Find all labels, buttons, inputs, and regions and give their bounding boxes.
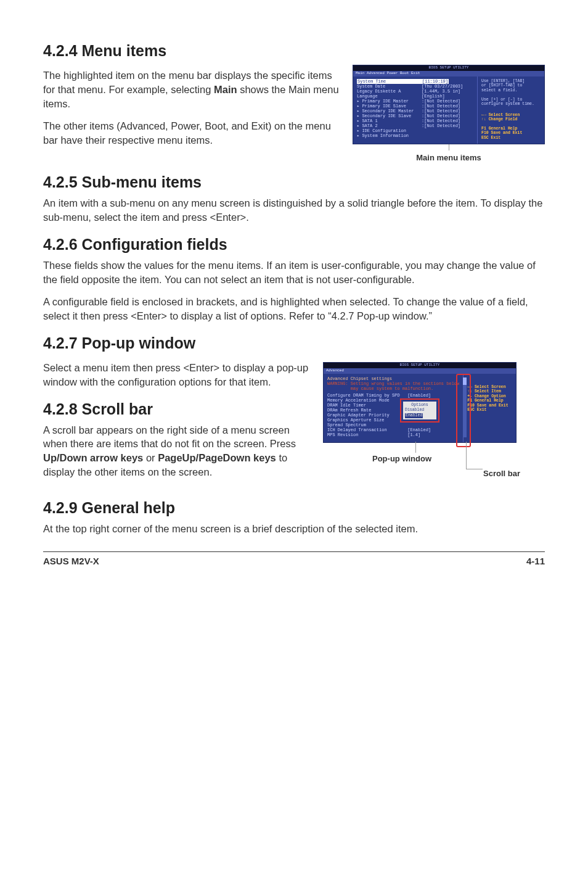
heading-429: 4.2.9 General help [43, 499, 545, 517]
bios-menubar: Main Advanced Power Boot Exit [353, 71, 544, 76]
bios-item: ▸ Primary IDE Slave :[Not Detected] [357, 104, 473, 109]
para-424-2: The other items (Advanced, Power, Boot, … [43, 119, 341, 147]
bios-item: ▸ Secondary IDE Master :[Not Detected] [357, 109, 473, 113]
bios-scrollbar [463, 377, 467, 437]
bios-item: Graphics Aperture Size [Enabled] [327, 418, 459, 423]
callout-line [449, 144, 449, 151]
text: or [143, 452, 158, 463]
bios-item: System Date [Thu 03/27/2003] [357, 84, 473, 89]
bios-item: Graphic Adapter Priority [327, 413, 459, 418]
bios-item: MPS Revision [1.4] [327, 432, 459, 437]
bios-advanced-panel: Advanced Chipset settings WARNING: Setti… [324, 374, 463, 443]
bios-nav-keys: ←→ Select Screen ↑↓ Select Item +- Chang… [467, 385, 517, 413]
bios-popup-window: Options Disabled Enabled [400, 398, 439, 423]
footer-right: 4-11 [526, 556, 545, 566]
bios-item: ▸ System Information [357, 133, 473, 138]
bios-item: ▸ Primary IDE Master :[Not Detected] [357, 99, 473, 104]
para-426-2: A configurable field is enclosed in brac… [43, 295, 545, 323]
bios-main-screenshot: BIOS SETUP UTILITY Main Advanced Power B… [353, 65, 545, 144]
bios-title: BIOS SETUP UTILITY [324, 363, 516, 368]
callout-line [415, 442, 416, 453]
heading-426: 4.2.6 Configuration fields [43, 236, 545, 254]
bios-help-text: Use [ENTER], [TAB] or [SHIFT-TAB] to sel… [481, 79, 542, 107]
bios-menubar: Advanced [324, 368, 516, 374]
heading-428: 4.2.8 Scroll bar [43, 400, 312, 418]
para-428-1: A scroll bar appears on the right side o… [43, 423, 312, 479]
bios-item: Spread Spectrum [327, 423, 459, 427]
para-427-1: Select a menu item then press <Enter> to… [43, 361, 312, 389]
bios-item: Memory Acceleration Mode [Auto] [327, 398, 459, 403]
text: A scroll bar appears on the right side o… [43, 424, 296, 450]
bios-warning: WARNING: Setting wrong values in the sec… [327, 381, 459, 391]
bios-item: DRAm Refresh Rate [327, 408, 459, 413]
bios-item: Configure DRAM Timing by SPD [Enabled] [327, 393, 459, 398]
bios-help-panel: ←→ Select Screen ↑↓ Select Item +- Chang… [463, 374, 519, 443]
bios-title: BIOS SETUP UTILITY [353, 65, 544, 71]
bold-pageupdown: PageUp/PageDown keys [158, 452, 276, 463]
bios-item-system-time: System Time [11:10:19] [357, 79, 449, 84]
scrollbar-thumb [463, 377, 467, 385]
footer-left: ASUS M2V-X [43, 556, 99, 566]
bios-main-panel: System Time [11:10:19] System Date [Thu … [353, 76, 477, 144]
para-429-1: At the top right corner of the menu scre… [43, 522, 545, 536]
heading-425: 4.2.5 Sub-menu items [43, 173, 545, 191]
para-424-1: The highlighted item on the menu bar dis… [43, 68, 341, 110]
bios-item: ▸ SATA 1 :[Not Detected] [357, 118, 473, 123]
heading-427: 4.2.7 Pop-up window [43, 334, 545, 352]
bios-item: DRAM Idle Timer [327, 403, 459, 408]
heading-424: 4.2.4 Menu items [43, 42, 545, 60]
caption-main-menu-items: Main menu items [353, 153, 545, 162]
bios-subtitle: Advanced Chipset settings [327, 376, 459, 381]
bios-item: ▸ IDE Configuration [357, 128, 473, 133]
bios-item: Legacy Diskette A [1.44M, 3.5 in] [357, 89, 473, 94]
caption-popup-window: Pop-up window [372, 454, 431, 463]
bios-item: ICH Delayed Transaction [Enabled] [327, 427, 459, 432]
bios-item: Language [English] [357, 94, 473, 99]
popup-option: Disabled [405, 408, 435, 413]
bios-item: ▸ Secondary IDE Slave :[Not Detected] [357, 113, 473, 118]
para-425-1: An item with a sub-menu on any menu scre… [43, 196, 545, 225]
para-426-1: These fields show the values for the men… [43, 258, 545, 287]
bios-item: ▸ SATA 2 :[Not Detected] [357, 123, 473, 128]
callout-line [466, 442, 506, 469]
caption-scroll-bar: Scroll bar [483, 469, 520, 478]
popup-option-selected: Enabled [405, 413, 423, 418]
bios-advanced-screenshot: BIOS SETUP UTILITY Advanced Advanced Chi… [323, 362, 517, 443]
bios-nav-keys: ←→ Select Screen ↑↓ Change Field F1 Gene… [481, 113, 542, 141]
bold-updown: Up/Down arrow keys [43, 452, 143, 463]
bios-help-panel: Use [ENTER], [TAB] or [SHIFT-TAB] to sel… [477, 76, 544, 144]
bold-main: Main [214, 84, 237, 95]
popup-title: Options [405, 403, 435, 408]
